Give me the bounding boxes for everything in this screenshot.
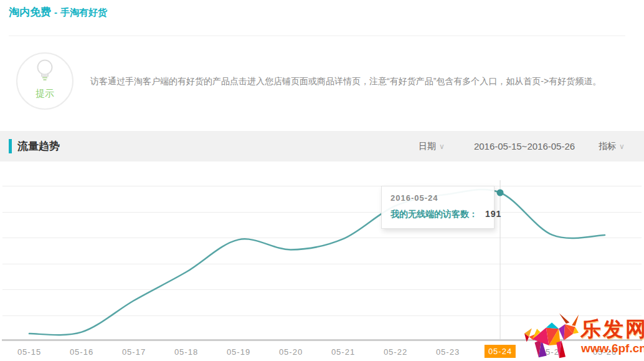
tip-label: 提示 bbox=[17, 88, 72, 100]
x-axis-label: 05-18 bbox=[174, 347, 198, 357]
tip-text: 访客通过手淘客户端的有好货的产品点击进入您店铺页面或商品详情页，注意“有好货产品… bbox=[90, 75, 638, 87]
header-divider bbox=[9, 36, 625, 36]
x-axis-label: 05-15 bbox=[17, 347, 41, 357]
chevron-down-icon: ∨ bbox=[439, 142, 445, 151]
page-title: 淘内免费-手淘有好货 bbox=[9, 5, 107, 19]
x-axis-label: 05-19 bbox=[227, 347, 250, 357]
metric-filter-label: 指标 bbox=[599, 141, 616, 151]
tip-badge: 提示 bbox=[16, 52, 73, 110]
page-title-primary: 淘内免费 bbox=[9, 6, 51, 18]
date-filter-label: 日期 bbox=[419, 141, 436, 151]
x-axis-label: 05-21 bbox=[331, 347, 355, 357]
x-axis-label: 05-16 bbox=[70, 347, 93, 357]
x-axis-label: 05-23 bbox=[436, 347, 460, 357]
metric-filter-dropdown[interactable]: 指标∨ bbox=[599, 131, 625, 161]
traffic-trend-section-bar: 流量趋势 日期∨ 2016-05-15~2016-05-26 指标∨ bbox=[0, 131, 644, 161]
tooltip-metric-label: 我的无线端的访客数： bbox=[391, 209, 478, 219]
date-filter-dropdown[interactable]: 日期∨ bbox=[419, 131, 445, 161]
x-axis-label: 05-20 bbox=[279, 347, 303, 357]
section-accent-bar bbox=[9, 139, 12, 153]
hover-point-dot bbox=[497, 190, 504, 196]
x-axis-label: 05-17 bbox=[122, 347, 146, 357]
chevron-down-icon: ∨ bbox=[619, 142, 625, 151]
traffic-trend-chart[interactable]: 2016-05-24 我的无线端的访客数：191 05-1505-1605-17… bbox=[0, 161, 644, 361]
tooltip-date: 2016-05-24 bbox=[391, 193, 485, 203]
x-axis-label: 05-24 bbox=[485, 345, 516, 358]
x-axis-label: 05-26 bbox=[593, 347, 617, 357]
chart-tooltip: 2016-05-24 我的无线端的访客数：191 bbox=[381, 186, 495, 229]
page: 淘内免费-手淘有好货 提示 访客通过手淘客户端的有好货的产品点击进入您店铺页面或… bbox=[0, 0, 644, 361]
section-title: 流量趋势 bbox=[17, 131, 60, 161]
tooltip-value: 191 bbox=[485, 209, 501, 219]
trend-line bbox=[29, 190, 605, 335]
x-axis-label: 05-25 bbox=[541, 347, 564, 357]
page-title-separator: - bbox=[54, 7, 57, 17]
x-axis-label: 05-22 bbox=[384, 347, 407, 357]
x-axis-line bbox=[2, 339, 642, 341]
date-range-value[interactable]: 2016-05-15~2016-05-26 bbox=[468, 131, 580, 161]
gridlines bbox=[2, 186, 642, 316]
trend-chart-svg[interactable] bbox=[0, 161, 644, 344]
x-axis-labels: 05-1505-1605-1705-1805-1905-2005-2105-22… bbox=[0, 344, 644, 360]
page-title-secondary: 手淘有好货 bbox=[60, 7, 107, 17]
lightbulb-icon bbox=[34, 59, 55, 84]
